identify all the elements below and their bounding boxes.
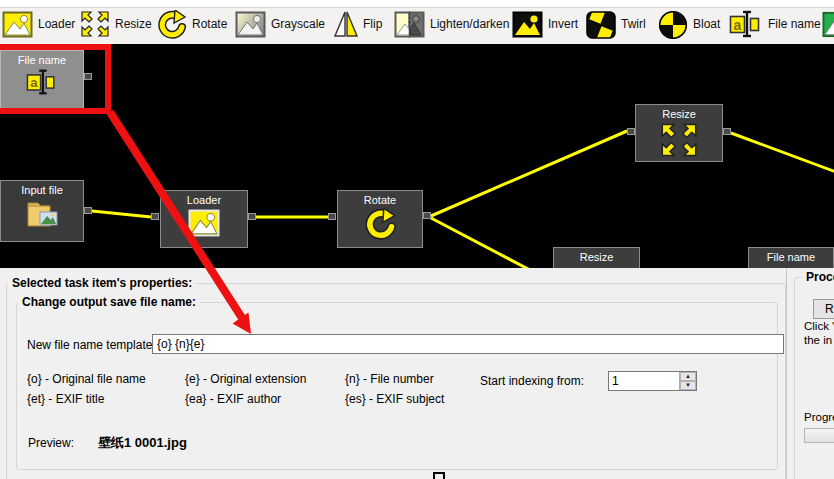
start-indexing-label: Start indexing from:	[480, 374, 584, 388]
node-label: Resize	[636, 105, 722, 120]
token-exif-subject: {es} - EXIF subject	[345, 392, 444, 406]
token-original-file-name: {o} - Original file name	[27, 372, 146, 386]
toolbar-item-resize[interactable]: Resize	[80, 9, 152, 39]
progress-label: Progre	[804, 411, 834, 423]
port-rotate-in[interactable]	[328, 213, 336, 220]
loader-icon	[161, 208, 247, 238]
node-input-file[interactable]: Input file	[0, 180, 84, 242]
process-panel: Proce R Click ' the in Progre	[786, 268, 834, 479]
toolbar-item-twirl[interactable]: Twirl	[586, 9, 646, 39]
toolbar-label-twirl: Twirl	[621, 17, 646, 31]
toolbar-label-resize: Resize	[115, 17, 152, 31]
template-label: New file name template:	[27, 338, 156, 352]
node-label: Resize	[554, 248, 639, 263]
loader-icon	[2, 10, 33, 39]
toolbar-label-file-name: File name	[768, 17, 821, 31]
token-file-number: {n} - File number	[345, 372, 434, 386]
toolbar-item-rotate[interactable]: Rotate	[156, 9, 227, 39]
bloat-icon	[658, 10, 688, 39]
grayscale-icon	[235, 10, 266, 39]
menu-strip	[0, 0, 834, 8]
preview-value: 壁纸1 0001.jpg	[98, 434, 187, 452]
toolbar-label-flip: Flip	[363, 17, 382, 31]
groupbox-grip[interactable]	[433, 472, 445, 479]
toolbar: Loader Resize Rotate G	[0, 0, 834, 44]
resize-icon	[636, 122, 722, 158]
preview-label: Preview:	[28, 436, 74, 450]
partial-image-icon	[822, 10, 834, 39]
start-indexing-input[interactable]	[609, 372, 679, 390]
token-original-extension: {e} - Original extension	[185, 372, 306, 386]
twirl-icon	[586, 10, 616, 39]
toolbar-label-invert: Invert	[548, 17, 578, 31]
svg-text:a: a	[30, 75, 38, 90]
node-resize-top[interactable]: Resize	[635, 104, 723, 162]
progress-bar	[804, 428, 834, 443]
node-label: File name	[1, 51, 83, 66]
port-resize-top-in[interactable]	[627, 128, 635, 135]
port-loader-out[interactable]	[248, 213, 256, 220]
process-hint-line2: the in	[804, 334, 832, 346]
toolbar-item-loader[interactable]: Loader	[2, 9, 75, 39]
toolbar-label-bloat: Bloat	[693, 17, 720, 31]
port-file-name-out[interactable]	[84, 73, 92, 80]
properties-panel: Selected task item's properties: Change …	[0, 268, 786, 479]
port-loader-in[interactable]	[151, 213, 159, 220]
port-rotate-out[interactable]	[423, 212, 431, 219]
node-label: Loader	[161, 191, 247, 206]
rotate-icon	[338, 208, 422, 240]
resize-icon	[80, 10, 110, 38]
properties-group-title: Selected task item's properties:	[8, 276, 196, 290]
spin-down-button[interactable]: ▼	[680, 381, 696, 390]
port-input-file-out[interactable]	[84, 207, 92, 214]
node-label: File name	[749, 248, 833, 263]
toolbar-label-lighten-darken: Lighten/darken	[430, 17, 509, 31]
template-input[interactable]	[152, 334, 784, 354]
lighten-darken-icon	[394, 10, 425, 39]
toolbar-item-invert[interactable]: Invert	[512, 9, 578, 39]
filename-group-title: Change output save file name:	[18, 295, 200, 309]
invert-icon	[512, 10, 543, 39]
start-indexing-stepper[interactable]: ▲ ▼	[608, 371, 697, 391]
node-label: Input file	[1, 181, 83, 196]
toolbar-label-rotate: Rotate	[192, 17, 227, 31]
toolbar-item-lighten-darken[interactable]: Lighten/darken	[394, 9, 509, 39]
toolbar-label-grayscale: Grayscale	[271, 17, 325, 31]
flowgraph-canvas[interactable]: File name a Input file Loa	[0, 44, 834, 268]
port-resize-top-out[interactable]	[723, 128, 731, 135]
toolbar-item-grayscale[interactable]: Grayscale	[235, 9, 325, 39]
flip-icon	[334, 10, 358, 39]
toolbar-label-loader: Loader	[38, 17, 75, 31]
toolbar-item-flip[interactable]: Flip	[334, 9, 382, 39]
rotate-icon	[156, 10, 187, 39]
spin-up-button[interactable]: ▲	[680, 372, 696, 381]
svg-text:a: a	[734, 17, 742, 33]
node-file-name-bottom[interactable]: File name	[748, 247, 834, 268]
spinner-buttons: ▲ ▼	[679, 372, 696, 390]
toolbar-item-bloat[interactable]: Bloat	[658, 9, 720, 39]
node-file-name-selected[interactable]: File name a	[0, 50, 84, 110]
node-loader[interactable]: Loader	[160, 190, 248, 248]
run-button[interactable]: R	[813, 299, 834, 319]
token-exif-title: {et} - EXIF title	[27, 392, 104, 406]
process-group-title: Proce	[802, 270, 834, 284]
node-rotate[interactable]: Rotate	[337, 190, 423, 248]
node-resize-bottom[interactable]: Resize	[553, 247, 640, 268]
folder-image-icon	[1, 198, 83, 230]
file-name-icon: a	[1, 68, 83, 96]
process-hint-line1: Click '	[804, 320, 834, 332]
toolbar-item-partial[interactable]	[822, 9, 834, 39]
toolbar-item-file-name[interactable]: a File name	[729, 9, 821, 39]
node-label: Rotate	[338, 191, 422, 206]
token-exif-author: {ea} - EXIF author	[185, 392, 281, 406]
file-name-icon: a	[729, 10, 763, 38]
